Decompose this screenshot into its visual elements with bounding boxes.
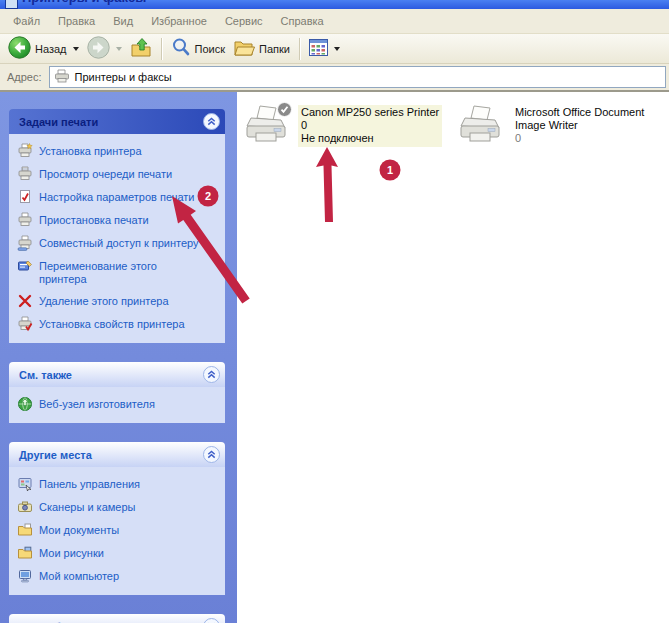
sidebar-item-label: Переименование этого принтера: [39, 258, 199, 286]
sidebar-item-label: Удаление этого принтера: [39, 293, 169, 308]
back-dropdown-icon[interactable]: [73, 47, 79, 51]
sidebar-item-label: Установка принтера: [39, 143, 142, 158]
folder-docs-icon: [17, 522, 33, 538]
back-label: Назад: [35, 43, 67, 55]
sidebar-item-label: Настройка параметров печати: [39, 189, 195, 204]
sidebar-item[interactable]: Просмотр очереди печати: [17, 166, 221, 182]
panel-body: Установка принтераПросмотр очереди печат…: [9, 134, 225, 343]
panel-body: Веб-узел изготовителя: [9, 387, 225, 423]
window-title: Принтеры и факсы: [22, 0, 146, 5]
sidebar-item[interactable]: Приостановка печати: [17, 212, 221, 228]
sidebar-item-label: Мои документы: [39, 522, 119, 537]
sidebar-panel-header[interactable]: См. также: [9, 362, 225, 387]
printer-label: Canon MP250 series Printer0Не подключен: [298, 105, 442, 147]
forward-button[interactable]: [83, 35, 126, 62]
sidebar-panel: Другие местаПанель управленияСканеры и к…: [9, 442, 225, 595]
toolbar-separator: [161, 38, 162, 60]
views-dropdown-icon[interactable]: [334, 47, 340, 51]
forward-dropdown-icon[interactable]: [116, 47, 122, 51]
folder-pictures-icon: [17, 545, 33, 561]
printer-tile[interactable]: Canon MP250 series Printer0Не подключен: [244, 105, 444, 147]
sidebar-item-label: Веб-узел изготовителя: [39, 396, 155, 411]
sidebar-item[interactable]: Мои документы: [17, 522, 221, 538]
forward-icon: [87, 36, 110, 61]
address-value: Принтеры и факсы: [75, 71, 172, 83]
toolbar-separator: [299, 38, 300, 60]
sidebar-item[interactable]: Сканеры и камеры: [17, 499, 221, 515]
up-folder-icon: [130, 37, 152, 61]
sidebar-panel-header[interactable]: Подробно: [9, 614, 225, 623]
sidebar-item-label: Сканеры и камеры: [39, 499, 135, 514]
sidebar-item[interactable]: Переименование этого принтера: [17, 258, 221, 286]
search-label: Поиск: [195, 43, 225, 55]
address-input[interactable]: Принтеры и факсы: [49, 66, 666, 88]
folders-label: Папки: [259, 43, 290, 55]
chevron-up-icon[interactable]: [203, 113, 220, 130]
folder-view[interactable]: Canon MP250 series Printer0Не подключенM…: [237, 92, 669, 623]
menu-item-2[interactable]: Правка: [49, 12, 104, 30]
globe-icon: [17, 396, 33, 412]
folders-icon: [233, 38, 255, 60]
sidebar-item-label: Панель управления: [39, 476, 140, 491]
sidebar-item[interactable]: Панель управления: [17, 476, 221, 492]
sidebar-item-label: Мои рисунки: [39, 545, 104, 560]
back-icon: [8, 36, 31, 61]
printer-status: Не подключен: [301, 132, 439, 145]
address-label: Адрес:: [7, 71, 42, 83]
doc-check-icon: [17, 189, 33, 205]
sidebar-item[interactable]: Установка принтера: [17, 143, 221, 159]
sidebar-item-label: Установка свойств принтера: [39, 316, 185, 331]
window-titlebar: Принтеры и факсы: [0, 0, 669, 9]
sidebar-item[interactable]: Совместный доступ к принтеру: [17, 235, 221, 251]
rename-icon: [17, 258, 33, 274]
sidebar-item-label: Мой компьютер: [39, 568, 119, 583]
menu-item-5[interactable]: Сервис: [216, 12, 272, 30]
sidebar-panel-header[interactable]: Другие места: [9, 442, 225, 467]
default-printer-check-icon: [277, 102, 292, 117]
printer-docs-count: 0: [301, 119, 439, 132]
sidebar-item[interactable]: Настройка параметров печати: [17, 189, 221, 205]
views-button[interactable]: [305, 38, 344, 59]
content-area: Задачи печатиУстановка принтераПросмотр …: [0, 92, 669, 623]
panel-title: Другие места: [19, 449, 92, 461]
sidebar-panel-header[interactable]: Задачи печати: [9, 109, 225, 134]
printer-icon: [244, 105, 290, 147]
menu-item-1[interactable]: Файл: [4, 12, 49, 30]
app-icon: [5, 0, 18, 9]
menu-item-4[interactable]: Избранное: [142, 12, 216, 30]
panel-title: См. также: [19, 369, 72, 381]
printer-share-icon: [17, 235, 33, 251]
panel-title: Задачи печати: [19, 116, 98, 128]
sidebar-item[interactable]: Мои рисунки: [17, 545, 221, 561]
menu-bar: ФайлПравкаВидИзбранноеСервисСправка: [0, 9, 669, 34]
sidebar-item[interactable]: Мой компьютер: [17, 568, 221, 584]
address-printer-icon: [54, 69, 70, 85]
folders-button[interactable]: Папки: [229, 37, 294, 61]
sidebar-item[interactable]: Установка свойств принтера: [17, 316, 221, 332]
chevron-up-icon[interactable]: [203, 446, 220, 463]
chevron-up-icon[interactable]: [203, 366, 220, 383]
menu-item-3[interactable]: Вид: [104, 12, 142, 30]
address-bar: Адрес: Принтеры и факсы: [0, 64, 669, 92]
sidebar-panel: Задачи печатиУстановка принтераПросмотр …: [9, 109, 225, 343]
task-pane-sidebar: Задачи печатиУстановка принтераПросмотр …: [0, 92, 237, 623]
sidebar-item-label: Совместный доступ к принтеру: [39, 235, 199, 250]
printer-props-icon: [17, 316, 33, 332]
sidebar-item[interactable]: Веб-узел изготовителя: [17, 396, 221, 412]
printer-label: Microsoft Office Document Image Writer0: [512, 105, 658, 147]
panel-body: Панель управленияСканеры и камерыМои док…: [9, 467, 225, 595]
scanner-camera-icon: [17, 499, 33, 515]
search-button[interactable]: Поиск: [167, 36, 229, 61]
menu-item-6[interactable]: Справка: [272, 12, 333, 30]
print-queue-icon: [17, 166, 33, 182]
my-computer-icon: [17, 568, 33, 584]
chevron-down-icon[interactable]: [203, 618, 220, 623]
printer-name: Canon MP250 series Printer: [301, 106, 439, 119]
up-button[interactable]: [126, 36, 156, 62]
printer-name: Microsoft Office Document Image Writer: [515, 106, 655, 132]
sidebar-item[interactable]: Удаление этого принтера: [17, 293, 221, 309]
printer-tile[interactable]: Microsoft Office Document Image Writer0: [458, 105, 658, 147]
sidebar-item-label: Просмотр очереди печати: [39, 166, 172, 181]
delete-x-icon: [17, 293, 33, 309]
back-button[interactable]: Назад: [4, 35, 83, 62]
